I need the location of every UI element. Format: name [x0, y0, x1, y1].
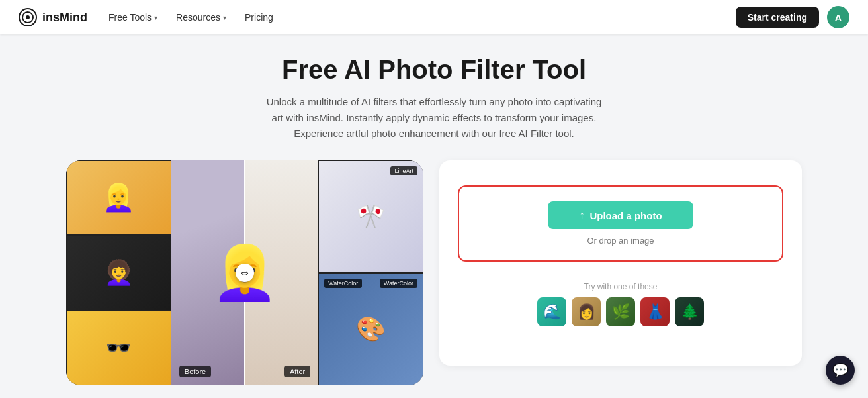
phone-mockup: 👱‍♀️ ⇔ Before After LineArt WaterColor W…	[66, 160, 423, 385]
hero-description: Unlock a multitude of AI filters that ef…	[262, 94, 606, 142]
chat-bubble[interactable]: 💬	[826, 356, 855, 385]
upload-icon: ↑	[579, 209, 584, 221]
thumb-anime: LineArt	[318, 160, 423, 273]
navbar: insMind Free Tools ▾ Resources ▾ Pricing…	[0, 0, 868, 34]
try-text: Try with one of these	[584, 282, 658, 291]
phone-inner: 👱‍♀️ ⇔ Before After LineArt WaterColor W…	[66, 160, 423, 385]
chat-icon: 💬	[832, 362, 849, 378]
left-column	[66, 160, 171, 385]
sample-image-2[interactable]: 👩	[572, 297, 601, 326]
center-split-view: 👱‍♀️ ⇔ Before After	[171, 160, 318, 385]
upload-photo-button[interactable]: ↑ Upload a photo	[548, 201, 693, 229]
upload-panel: ↑ Upload a photo Or drop an image Try wi…	[439, 160, 802, 366]
chevron-down-icon: ▾	[154, 14, 157, 21]
nav-pricing[interactable]: Pricing	[245, 12, 273, 23]
lineart-badge: LineArt	[390, 166, 417, 175]
nav-resources[interactable]: Resources ▾	[176, 12, 226, 23]
sample-image-1[interactable]: 🌊	[537, 297, 566, 326]
split-handle[interactable]: ⇔	[236, 264, 254, 282]
hero-title: Free AI Photo Filter Tool	[13, 54, 855, 85]
nav-right: Start creating A	[736, 6, 849, 28]
content-area: 👱‍♀️ ⇔ Before After LineArt WaterColor W…	[0, 160, 868, 385]
thumb-dark-woman	[66, 235, 171, 310]
right-column: LineArt WaterColor WaterColor	[318, 160, 423, 385]
drop-text: Or drop an image	[587, 236, 654, 246]
watercolor-badge: WaterColor	[324, 279, 362, 288]
svg-point-1	[26, 15, 30, 19]
nav-free-tools[interactable]: Free Tools ▾	[108, 12, 157, 23]
sample-image-5[interactable]: 🌲	[675, 297, 704, 326]
chevron-down-icon: ▾	[223, 14, 226, 21]
thumb-watercolor: WaterColor WaterColor	[318, 273, 423, 385]
thumb-sunglass-woman	[66, 311, 171, 385]
nav-links: Free Tools ▾ Resources ▾ Pricing	[108, 12, 715, 23]
logo-text: insMind	[42, 11, 87, 25]
sample-image-3[interactable]: 🌿	[606, 297, 635, 326]
try-text-container: Try with one of these	[584, 280, 658, 292]
sample-image-4[interactable]: 👗	[640, 297, 670, 326]
upload-drop-area[interactable]: ↑ Upload a photo Or drop an image	[459, 187, 782, 260]
sample-images: 🌊 👩 🌿 👗 🌲	[537, 297, 704, 326]
thumb-yellow-woman	[66, 160, 171, 235]
upload-btn-label: Upload a photo	[589, 210, 662, 221]
cg-badge: WaterColor	[380, 279, 417, 288]
avatar[interactable]: A	[827, 6, 849, 28]
logo[interactable]: insMind	[19, 8, 87, 26]
hero-section: Free AI Photo Filter Tool Unlock a multi…	[0, 34, 868, 142]
start-creating-button[interactable]: Start creating	[736, 7, 819, 28]
logo-icon	[19, 8, 37, 26]
